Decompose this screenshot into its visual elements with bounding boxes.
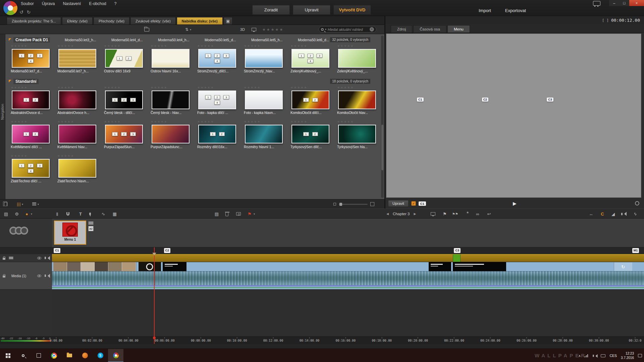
- preview-monitor-icon[interactable]: [252, 28, 256, 31]
- clear-search-icon[interactable]: ×: [370, 27, 374, 32]
- speaker-icon[interactable]: [45, 257, 46, 259]
- group-collapse-icon[interactable]: [9, 80, 11, 82]
- trash-icon[interactable]: [225, 213, 228, 216]
- template-thumbnail[interactable]: [58, 49, 96, 68]
- zoom-in-box-icon[interactable]: [370, 202, 374, 206]
- template-item[interactable]: ★★★★★12Rozměry dílčí16x...: [194, 120, 240, 149]
- template-item[interactable]: ★★★★★Rozměry hlavní 1...: [240, 120, 287, 149]
- media-track[interactable]: ↻: [52, 262, 644, 290]
- storyboard-icon[interactable]: ▤: [214, 212, 219, 217]
- import-button[interactable]: Import: [479, 8, 491, 13]
- template-item[interactable]: ★★★★★12KvětMámení dílčí ...: [7, 120, 54, 149]
- rating-stars[interactable]: ★★★★★: [290, 120, 334, 124]
- tray-chevron-icon[interactable]: ∧: [578, 354, 581, 358]
- start-button[interactable]: [0, 349, 15, 362]
- template-item[interactable]: ★★★★★PurpurZápadslunc...: [147, 120, 194, 149]
- template-thumbnail[interactable]: 123: [105, 125, 143, 143]
- razor-icon[interactable]: ◢: [610, 212, 616, 217]
- loop-clip[interactable]: ↻: [614, 262, 632, 271]
- timeline-settings-icon[interactable]: ▤: [3, 212, 9, 217]
- clock[interactable]: 12:23 3.7.2016: [621, 351, 634, 360]
- folder-icon[interactable]: [144, 28, 149, 32]
- photos-clip[interactable]: [53, 262, 136, 271]
- redo-icon[interactable]: ↻: [27, 9, 31, 15]
- template-thumbnail[interactable]: [338, 125, 376, 143]
- template-item[interactable]: ★★★★★Foto - kapka hlavn...: [240, 86, 287, 115]
- chapter-monitor-icon[interactable]: [431, 212, 435, 216]
- rating-stars[interactable]: ★★★★★: [337, 120, 380, 124]
- eye-icon[interactable]: [37, 257, 41, 259]
- template-item[interactable]: ★★★★★ZlatéTechno hlavn...: [54, 154, 101, 184]
- app-logo-icon[interactable]: [3, 1, 17, 15]
- record-caret-icon[interactable]: ▾: [31, 213, 32, 216]
- template-thumbnail[interactable]: 12: [198, 125, 236, 143]
- template-item[interactable]: ★★★★★TyrkysovýSen hla...: [334, 120, 380, 149]
- snapshot-icon[interactable]: [236, 212, 241, 216]
- play-button[interactable]: ▶: [513, 201, 517, 206]
- marker-caret-icon[interactable]: ▾: [254, 213, 255, 216]
- lock-icon[interactable]: [3, 276, 5, 278]
- preview-settings-icon[interactable]: [635, 201, 639, 205]
- rating-stars[interactable]: ★★★★★: [290, 44, 334, 48]
- menu-nastaveni[interactable]: Nastavení: [63, 1, 81, 6]
- template-item[interactable]: ★★★★★1234Foto - kapka dílčí ...: [194, 86, 240, 115]
- chrome-app-button[interactable]: [46, 349, 62, 362]
- zoom-out-box-icon[interactable]: [333, 203, 336, 205]
- template-item[interactable]: ★★★★★12AbstraktníOvoce d...: [7, 86, 54, 115]
- menu-uprava[interactable]: Úprava: [42, 1, 55, 6]
- template-item[interactable]: ★★★★★ZelenýKvětinový_...: [334, 44, 380, 74]
- taskbar-search-button[interactable]: [15, 349, 31, 362]
- chapter-marker-m1[interactable]: M1: [632, 248, 639, 253]
- lock-icon[interactable]: [3, 258, 5, 260]
- scrollbar-thumb[interactable]: [381, 125, 383, 170]
- template-item[interactable]: ★★★★★12Ostrov dílčí 16x9: [101, 44, 147, 74]
- rating-stars[interactable]: ★★★★★: [197, 86, 240, 90]
- template-item[interactable]: ★★★★★KvětMámení hlav...: [54, 120, 101, 149]
- speaker-icon[interactable]: [45, 275, 46, 277]
- task-view-button[interactable]: [31, 349, 46, 362]
- rating-stars[interactable]: ★★★★★: [337, 44, 380, 48]
- rating-stars[interactable]: ★★★★★: [197, 44, 240, 48]
- template-thumbnail[interactable]: 1234: [12, 159, 50, 178]
- playhead-top-marker[interactable]: [152, 253, 156, 257]
- template-item[interactable]: ★★★★★AbstraktníOvoce h...: [54, 86, 101, 115]
- wand-icon[interactable]: *: [465, 211, 470, 217]
- language-indicator[interactable]: CES: [609, 354, 617, 358]
- sort-icon[interactable]: ⇅: [185, 27, 189, 32]
- template-thumbnail[interactable]: [152, 90, 190, 109]
- detach-panel-icon[interactable]: ▣: [224, 17, 232, 24]
- rating-stars[interactable]: ★★★★★: [244, 44, 287, 48]
- tab-timeline[interactable]: Časová osa: [413, 25, 446, 33]
- template-item[interactable]: ★★★★★1234ZelenýKvětinový_...: [287, 44, 334, 74]
- menu-eobchod[interactable]: E-obchod: [89, 1, 106, 6]
- menu-soubor[interactable]: Soubor: [21, 1, 34, 6]
- template-thumbnail[interactable]: [152, 49, 190, 68]
- link-icon[interactable]: ∞: [475, 212, 480, 217]
- view-3d-toggle[interactable]: 3D: [240, 27, 245, 32]
- eye-icon[interactable]: [37, 275, 41, 277]
- maximize-button[interactable]: □: [619, 0, 629, 6]
- volume-icon[interactable]: [593, 355, 594, 357]
- template-thumbnail[interactable]: [58, 159, 96, 178]
- magnet-icon[interactable]: [66, 212, 69, 216]
- pan-keyframe-line[interactable]: [52, 287, 644, 288]
- rating-stars[interactable]: ★★★★★: [104, 44, 147, 48]
- fit-timeline-icon[interactable]: ↔: [588, 212, 594, 217]
- chapter-wizard-icon[interactable]: C: [600, 212, 605, 217]
- template-thumbnail[interactable]: 1234: [198, 90, 236, 109]
- rating-stars[interactable]: ★★★★★: [244, 86, 287, 90]
- tab-disc-menus[interactable]: Nabídka disku: (vše): [177, 17, 223, 24]
- close-button[interactable]: ×: [629, 0, 644, 6]
- black-clip[interactable]: [429, 262, 451, 271]
- touch-keyboard-icon[interactable]: [601, 354, 605, 357]
- template-thumbnail[interactable]: 12: [105, 49, 143, 68]
- undo-icon[interactable]: ↺: [19, 9, 23, 15]
- template-group-header[interactable]: Creative Pack D1Moderna50.let3_h...Moder…: [7, 37, 380, 43]
- thumbnail-view-icon[interactable]: [17, 202, 20, 206]
- return-arrow-icon[interactable]: ↩: [486, 212, 492, 217]
- rating-stars[interactable]: ★★★★★: [151, 86, 194, 90]
- template-thumbnail[interactable]: [58, 125, 96, 143]
- rating-stars[interactable]: ★★★★★: [337, 86, 380, 90]
- template-item[interactable]: ★★★★★StromZmrzlý_hlav...: [240, 44, 287, 74]
- mode-tab-vytvorit-dvd[interactable]: Vytvořit DVD: [333, 5, 371, 15]
